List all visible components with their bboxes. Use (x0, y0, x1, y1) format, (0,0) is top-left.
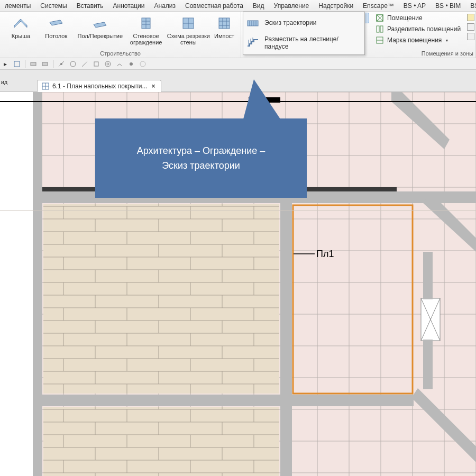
mullion-button[interactable]: Импост (211, 14, 237, 39)
floor-button[interactable]: Пол/Перекрытие (74, 14, 126, 39)
caption: Крыша (12, 33, 30, 39)
menu-item[interactable]: Надстройки (314, 2, 358, 10)
label: Эскиз траектории (264, 19, 316, 26)
room-button[interactable]: Помещение (373, 13, 473, 23)
qat-button[interactable] (56, 59, 67, 69)
place-on-stair-item[interactable]: Разместить на лестнице/пандусе (243, 32, 364, 53)
caption: Пол/Перекрытие (77, 33, 123, 39)
qat-button[interactable] (40, 59, 50, 69)
curtain-grid-button[interactable]: Схема резрезки стены (166, 14, 211, 45)
svg-point-43 (107, 63, 109, 65)
label: Разместить на лестнице/пандусе (264, 35, 359, 50)
menu-item[interactable]: Управление (269, 2, 314, 10)
menu-item[interactable]: Анализ (150, 2, 181, 10)
caption: Импост (214, 33, 234, 39)
label: Помещение (387, 14, 423, 22)
menu-item[interactable]: BS • AP (399, 2, 431, 10)
svg-rect-70 (43, 407, 279, 476)
room-tag-button[interactable]: Марка помещения ▾ (373, 35, 473, 45)
svg-rect-69 (43, 204, 279, 393)
quick-access-toolbar: ▸ (0, 58, 476, 70)
qat-button[interactable] (79, 59, 90, 69)
roof-button[interactable]: Крыша (3, 14, 39, 39)
room-icon (376, 14, 384, 22)
label: Разделитель помещений (387, 25, 461, 33)
svg-marker-0 (14, 19, 27, 28)
partial-tab[interactable]: ид (0, 72, 8, 92)
instruction-callout: Архитектура – Ограждение – Эскиз траекто… (95, 118, 307, 198)
menu-item[interactable]: Вид (248, 2, 269, 10)
qat-button[interactable] (28, 59, 39, 69)
svg-point-44 (130, 62, 133, 66)
svg-rect-27 (248, 21, 258, 26)
svg-rect-76 (423, 252, 433, 299)
room-tag-icon (376, 36, 384, 44)
room-separator-button[interactable]: Разделитель помещений (373, 24, 473, 34)
plan-view-icon (42, 83, 49, 90)
callout-line: Эскиз траектории (137, 158, 265, 173)
sketch-path-item[interactable]: Эскиз траектории (243, 13, 364, 32)
qat-button[interactable] (126, 59, 136, 69)
svg-rect-10 (219, 18, 230, 29)
separator (25, 60, 25, 68)
qat-button[interactable] (138, 59, 148, 69)
curtain-grid-icon (180, 15, 197, 32)
room-separator-icon (376, 25, 384, 33)
qat-button[interactable]: ▸ (0, 59, 11, 69)
view-tabs-bar: ид 6.1 - План напольных покрыти... × (0, 70, 476, 92)
separator (53, 60, 53, 68)
qat-button[interactable] (91, 59, 102, 69)
svg-point-45 (140, 61, 145, 67)
menu-item[interactable]: Аннотации (108, 2, 150, 10)
svg-rect-35 (14, 61, 20, 67)
ceiling-icon (48, 15, 65, 32)
svg-marker-2 (94, 22, 106, 28)
svg-rect-58 (33, 92, 42, 476)
svg-rect-24 (380, 26, 383, 32)
menu-item[interactable]: BS • BIM (431, 2, 465, 10)
caption: Стеновое ограждение (130, 33, 162, 45)
caption: Потолок (45, 33, 67, 39)
launcher-icon[interactable] (467, 14, 474, 21)
chevron-down-icon: ▾ (446, 38, 448, 43)
qat-button[interactable] (103, 59, 113, 69)
tab-title: 6.1 - План напольных покрыти... (52, 83, 148, 90)
svg-rect-61 (280, 198, 292, 476)
svg-point-40 (70, 61, 76, 67)
menu-item[interactable]: BS (465, 2, 476, 10)
callout-line: Архитектура – Ограждение – (137, 143, 265, 158)
menu-item[interactable]: Вставить (72, 2, 108, 10)
curtain-wall-button[interactable]: Стеновое ограждение (126, 14, 166, 45)
menu-item[interactable]: Совместная работа (180, 2, 248, 10)
ribbon-group-label: Помещения и зоны (371, 50, 475, 57)
ribbon: Крыша Потолок Пол/Перекрытие Стеновое ог… (0, 12, 476, 58)
svg-point-42 (105, 61, 111, 67)
launcher-icon[interactable] (467, 33, 474, 40)
menu-item[interactable]: Системы (35, 2, 71, 10)
launcher-icon[interactable] (467, 23, 474, 31)
qat-button[interactable] (12, 59, 22, 69)
floor-icon (91, 15, 108, 32)
svg-rect-41 (94, 62, 98, 66)
label: Марка помещения (387, 36, 442, 44)
roof-icon (12, 15, 29, 32)
svg-rect-37 (42, 62, 48, 66)
ceiling-button[interactable]: Потолок (39, 14, 74, 39)
close-icon[interactable]: × (151, 83, 157, 90)
railing-dropdown: Эскиз траектории Разместить на лестнице/… (243, 12, 365, 55)
svg-rect-23 (377, 26, 379, 32)
caption: Схема резрезки стены (167, 33, 210, 45)
mullion-icon (216, 15, 233, 32)
railing-stair-icon (246, 36, 259, 49)
qat-button[interactable] (114, 59, 125, 69)
svg-rect-36 (31, 62, 36, 66)
menu-item[interactable]: Enscape™ (358, 2, 399, 10)
qat-button[interactable] (68, 59, 78, 69)
svg-marker-1 (50, 20, 62, 25)
svg-point-39 (60, 63, 62, 65)
view-tab[interactable]: 6.1 - План напольных покрыти... × (37, 80, 161, 92)
railing-sketch-icon (246, 16, 259, 29)
ribbon-group-label: Строительство (0, 50, 241, 57)
menu-item[interactable]: лементы (0, 2, 35, 10)
curtain-wall-icon (138, 15, 154, 32)
